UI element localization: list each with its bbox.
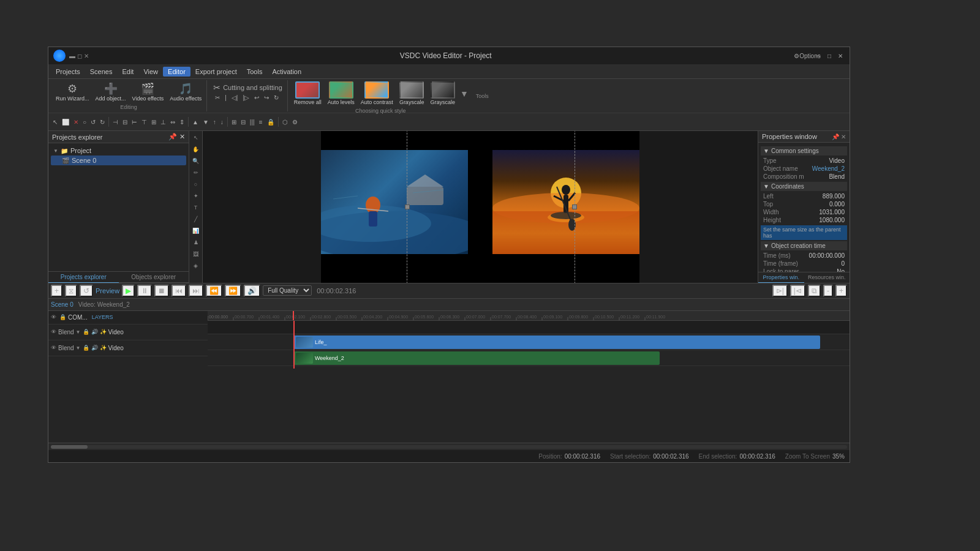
cut-tool-btn[interactable]: ✂ xyxy=(213,94,222,102)
stop-btn[interactable]: ⏹ xyxy=(154,285,169,297)
menu-projects[interactable]: Projects xyxy=(51,67,85,77)
auto-contrast-btn[interactable]: Auto contrast xyxy=(358,80,396,107)
menu-scenes[interactable]: Scenes xyxy=(85,67,118,77)
cols-btn[interactable]: ||| xyxy=(248,118,257,126)
chart-tool[interactable]: 📊 xyxy=(190,225,202,236)
circle-tool[interactable]: ○ xyxy=(190,179,202,190)
play-btn[interactable]: ▶ xyxy=(122,285,135,297)
auto-levels-btn[interactable]: Auto levels xyxy=(325,80,357,107)
lock-com-btn[interactable]: 🔒 xyxy=(59,314,66,320)
volume-btn[interactable]: 🔊 xyxy=(244,285,260,297)
align-right-btn[interactable]: ⊢ xyxy=(130,118,139,126)
gear2-btn[interactable]: ⚙ xyxy=(290,118,300,126)
menu-tools[interactable]: Tools xyxy=(242,67,268,77)
rotate-ccw-btn[interactable]: ↺ xyxy=(89,118,97,126)
undo-btn[interactable]: ↩ xyxy=(252,94,261,102)
tab-properties-win[interactable]: Properties win. xyxy=(758,272,804,283)
scrollbar-thumb[interactable] xyxy=(51,445,88,449)
circle-btn[interactable]: ○ xyxy=(81,118,88,126)
split-btn[interactable]: | xyxy=(223,94,228,102)
video-effects-btn[interactable]: 🎬 Video effects xyxy=(130,81,167,103)
3d-tool[interactable]: ◈ xyxy=(190,260,202,271)
coordinates-section[interactable]: ▼ Coordinates xyxy=(761,182,847,191)
distribute-v-btn[interactable]: ⇕ xyxy=(178,118,186,126)
redo-btn[interactable]: ↪ xyxy=(262,94,271,102)
vis-weekend-btn[interactable]: 👁 xyxy=(51,345,56,351)
close-btn[interactable]: ✕ xyxy=(836,51,845,60)
rows-btn[interactable]: ≡ xyxy=(257,118,265,126)
loop-btn[interactable]: ↺ xyxy=(80,285,93,297)
ffwd-btn[interactable]: ⏩ xyxy=(225,285,241,297)
zoom-out-btn[interactable]: - xyxy=(823,285,833,297)
preview-label[interactable]: Preview xyxy=(96,287,119,294)
down2-btn[interactable]: ↓ xyxy=(219,118,225,126)
text-tool[interactable]: T xyxy=(190,202,202,213)
hand-tool[interactable]: ✋ xyxy=(190,144,202,155)
align-left-btn[interactable]: ⊣ xyxy=(111,118,120,126)
menu-activation[interactable]: Activation xyxy=(267,67,306,77)
scrollbar-track[interactable] xyxy=(51,445,847,449)
delete-btn[interactable]: ✕ xyxy=(72,118,80,126)
timeline-btn[interactable]: ⧖ xyxy=(65,285,77,297)
menu-view[interactable]: View xyxy=(138,67,163,77)
clip-weekend[interactable]: Weekend_2 xyxy=(293,351,660,365)
hex-btn[interactable]: ⬡ xyxy=(281,118,290,126)
maximize-btn[interactable]: □ xyxy=(825,51,834,60)
cut-left-btn[interactable]: ◁| xyxy=(230,94,240,102)
rewind-btn[interactable]: ⏪ xyxy=(206,285,222,297)
options-btn[interactable]: ⚙ Options xyxy=(803,51,812,60)
common-settings-section[interactable]: ▼ Common settings xyxy=(761,146,847,156)
crop-btn[interactable]: ⬜ xyxy=(60,118,71,126)
tab-objects-explorer[interactable]: Objects explorer xyxy=(119,272,189,283)
tree-item-project[interactable]: ▼ 📁 Project xyxy=(51,146,186,156)
align-bottom-btn[interactable]: ⊥ xyxy=(159,118,168,126)
prev-frame-btn[interactable]: ⏮ xyxy=(172,285,186,297)
clip-life[interactable]: Life_ xyxy=(293,335,820,349)
vis-life-btn[interactable]: 👁 xyxy=(51,329,56,335)
cut-right-btn[interactable]: |▷ xyxy=(241,94,251,102)
align-center-btn[interactable]: ⊟ xyxy=(121,118,129,126)
audio-effects-btn[interactable]: 🎵 Audio effects xyxy=(167,81,204,103)
vis-com-btn[interactable]: 👁 xyxy=(51,314,56,320)
grayscale1-btn[interactable]: Grayscale xyxy=(397,80,427,107)
mark-out-btn[interactable]: |⊲ xyxy=(790,285,805,297)
layers-btn[interactable]: LAYERS xyxy=(92,314,113,320)
sprite-tool[interactable]: 🖼 xyxy=(190,249,202,260)
star-tool[interactable]: ✦ xyxy=(190,190,202,201)
clip-btn[interactable]: ⧉ xyxy=(808,285,821,297)
menu-edit[interactable]: Edit xyxy=(117,67,138,77)
pin-icon[interactable]: 📌 xyxy=(168,133,177,141)
lock-weekend-btn[interactable]: 🔒 xyxy=(83,345,89,351)
close-properties-icon[interactable]: ✕ xyxy=(841,133,846,140)
select-btn[interactable]: ↖ xyxy=(51,118,59,126)
lock-btn[interactable]: 🔒 xyxy=(265,118,276,126)
align-top-btn[interactable]: ⊤ xyxy=(140,118,149,126)
minimize-btn[interactable]: ─ xyxy=(814,51,823,60)
figure-tool[interactable]: ♟ xyxy=(190,237,202,248)
run-wizard-btn[interactable]: ⚙ Run Wizard... xyxy=(53,81,92,103)
arrow-tool[interactable]: ↖ xyxy=(190,132,202,143)
creation-time-section[interactable]: ▼ Object creation time xyxy=(761,241,847,250)
grayscale2-btn[interactable]: Grayscale xyxy=(428,80,458,107)
grid2-btn[interactable]: ⊟ xyxy=(239,118,247,126)
up2-btn[interactable]: ↑ xyxy=(211,118,218,126)
align-middle-btn[interactable]: ⊞ xyxy=(149,118,158,126)
remove-all-btn[interactable]: Remove all xyxy=(292,80,324,107)
grid-btn[interactable]: ⊞ xyxy=(230,118,238,126)
next-frame-btn[interactable]: ⏭ xyxy=(189,285,203,297)
rotate-btn[interactable]: ↻ xyxy=(272,94,281,102)
pause-btn[interactable]: ⏸ xyxy=(137,285,152,297)
tab-resources-win[interactable]: Resources win. xyxy=(804,272,850,283)
lock-life-btn[interactable]: 🔒 xyxy=(83,329,89,335)
quality-select[interactable]: Full Quality Half Quality xyxy=(263,285,312,296)
menu-editor[interactable]: Editor xyxy=(163,67,190,77)
add-track-btn[interactable]: + xyxy=(51,285,62,297)
close-panel-icon[interactable]: ✕ xyxy=(179,133,185,141)
tree-item-scene0[interactable]: 🎬 Scene 0 xyxy=(51,156,186,165)
rotate-cw-btn[interactable]: ↻ xyxy=(98,118,107,126)
distribute-h-btn[interactable]: ⇔ xyxy=(168,118,177,126)
tab-projects-explorer[interactable]: Projects explorer xyxy=(48,272,119,283)
effects-scroll-down[interactable]: ▼ xyxy=(459,89,470,99)
down-arrow-btn[interactable]: ▼ xyxy=(201,118,211,126)
menu-export[interactable]: Export project xyxy=(190,67,242,77)
